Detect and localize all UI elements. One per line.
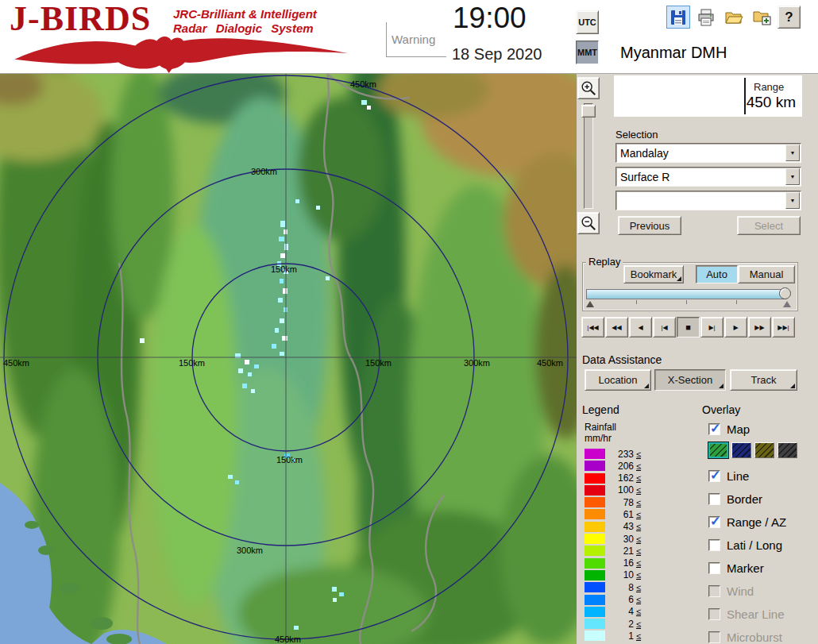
bookmark-button[interactable]: Bookmark [623,265,684,283]
legend-suffix: ≤ [636,473,641,483]
zoom-out-button[interactable] [577,212,600,234]
legend-color-swatch [585,619,605,629]
legend-suffix: ≤ [636,498,641,507]
legend-suffix: ≤ [636,449,641,459]
range-label: 150km [271,264,297,274]
legend-color-swatch [585,449,605,459]
playback-play-reverse-button[interactable]: ◀ [629,317,652,337]
legend-row: 10≤ [585,570,641,580]
site-dropdown[interactable]: Mandalay ▼ [615,143,801,163]
app-logo-subtitle-2: Radar Dialogic System [173,21,314,35]
track-button[interactable]: Track [730,369,797,391]
station-title: Myanmar DMH [620,44,727,62]
utc-toggle-button[interactable]: UTC [576,10,599,34]
chevron-down-icon[interactable]: ▼ [785,145,800,161]
checkbox-box[interactable]: ✓ [708,423,720,435]
legend-unit-line1: Rainfall [585,422,616,433]
legend-value: 2 [605,619,634,630]
export-folder-icon[interactable] [750,6,774,29]
mmt-toggle-button[interactable]: MMT [576,40,599,64]
auto-button[interactable]: Auto [696,265,738,283]
legend-color-swatch [585,631,605,641]
open-folder-icon[interactable] [722,6,746,29]
select-button[interactable]: Select [737,216,801,235]
playback-rewind-button[interactable]: ◀◀ [605,317,628,337]
overlay-checkbox-border[interactable]: Border [708,492,762,506]
checkbox-box[interactable] [708,562,720,574]
map-color-swatch-navy[interactable] [731,442,751,458]
check-icon: ✓ [710,514,720,529]
range-label: 300km [464,358,490,368]
jbirds-app: J-BIRDS JRC-Brilliant & Intelligent Rada… [0,0,818,644]
playback-skip-end-button[interactable]: ▶▶| [772,317,795,337]
legend-color-swatch [585,607,605,617]
map-color-swatch-olive[interactable] [754,442,774,458]
map-color-swatch-green[interactable] [708,442,728,458]
legend-row: 233≤ [585,449,641,459]
legend-suffix: ≤ [636,619,641,629]
playback-skip-start-button[interactable]: |◀◀ [581,317,604,337]
legend-suffix: ≤ [636,631,641,641]
x-section-button[interactable]: X-Section [654,369,726,391]
header: J-BIRDS JRC-Brilliant & Intelligent Rada… [0,0,818,74]
legend-row: 1≤ [585,631,641,641]
time-slider-thumb[interactable] [779,287,791,299]
legend-suffix: ≤ [636,461,641,471]
legend-value: 206 [605,461,634,472]
legend-suffix: ≤ [636,583,641,592]
extra-dropdown[interactable]: ▼ [615,191,801,210]
map-color-swatch-gray[interactable] [777,442,797,458]
legend-value: 1 [605,631,634,642]
overlay-checkbox-line[interactable]: ✓ Line [708,469,749,483]
zoom-in-button[interactable] [577,77,600,99]
data-assistance-label: Data Assistance [582,353,662,366]
radar-map-canvas[interactable]: 450km 300km 150km 450km 150km 150km 300k… [0,74,577,644]
legend-suffix: ≤ [636,607,641,616]
previous-button[interactable]: Previous [618,216,681,235]
legend-value: 8 [605,582,634,593]
playback-step-back-button[interactable]: |◀ [653,317,676,337]
overlay-checkbox-range-az[interactable]: ✓ Range / AZ [708,515,786,529]
zoom-slider-track[interactable] [584,103,593,209]
overlay-checkbox-wind: Wind [708,584,754,598]
legend-row: 162≤ [585,473,641,484]
location-button[interactable]: Location [585,369,651,391]
slider-start-marker [586,301,594,307]
print-icon[interactable] [694,6,718,29]
product-dropdown[interactable]: Surface R ▼ [615,167,801,187]
time-slider-track[interactable] [586,289,786,299]
check-icon: ✓ [710,421,720,436]
save-icon[interactable] [666,6,690,29]
legend-value: 43 [605,521,634,532]
overlay-checkbox-marker[interactable]: Marker [708,561,764,575]
legend-suffix: ≤ [636,570,641,580]
legend-row: 4≤ [585,607,641,617]
checkbox-box[interactable]: ✓ [708,516,720,528]
product-dropdown-value: Surface R [616,171,785,183]
legend-value: 21 [605,546,634,557]
time-slider[interactable] [586,288,793,307]
help-icon[interactable]: ? [777,6,801,29]
playback-fast-forward-button[interactable]: ▶▶ [748,317,771,337]
manual-button[interactable]: Manual [738,265,795,283]
checkbox-box[interactable] [708,539,720,551]
legend-row: 16≤ [585,558,641,569]
legend-color-swatch [585,570,605,580]
playback-stop-button[interactable]: ■ [677,317,700,337]
chevron-down-icon[interactable]: ▼ [785,192,800,209]
legend-color-swatch [585,595,605,605]
checkbox-box[interactable] [708,493,720,505]
playback-play-button[interactable]: ▶ [724,317,747,337]
range-label: 450km [275,634,301,644]
checkbox-box[interactable]: ✓ [708,470,720,482]
radar-map[interactable]: 450km 300km 150km 450km 150km 150km 300k… [0,74,577,644]
playback-step-forward-button[interactable]: ▶| [700,317,723,337]
legend-row: 78≤ [585,497,641,507]
checkbox-box [708,631,720,643]
range-label: 450km [350,79,376,89]
overlay-checkbox-lati-long[interactable]: Lati / Long [708,538,782,552]
chevron-down-icon[interactable]: ▼ [785,168,800,185]
zoom-slider-thumb[interactable] [581,105,596,118]
legend-color-swatch [585,546,605,556]
overlay-checkbox-map[interactable]: ✓ Map [708,422,750,436]
